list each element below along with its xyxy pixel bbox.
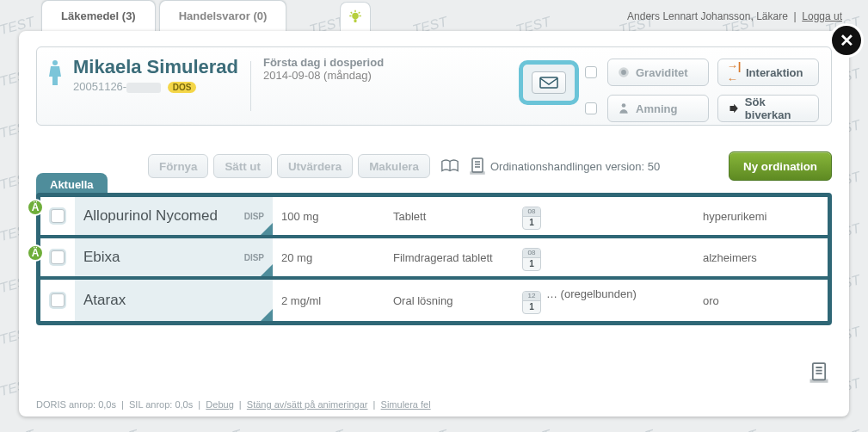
drug-name-cell[interactable]: Allopurinol NycomedDISP bbox=[75, 197, 273, 235]
doris-text: DORIS anrop: 0,0s bbox=[36, 399, 116, 410]
sattut-button[interactable]: Sätt ut bbox=[213, 154, 271, 178]
document-icon[interactable] bbox=[470, 157, 485, 175]
row-checkbox[interactable] bbox=[51, 250, 65, 264]
dose-cell: 100 mg bbox=[273, 205, 385, 228]
debug-link[interactable]: Debug bbox=[206, 399, 233, 410]
svg-point-10 bbox=[621, 70, 626, 75]
form-cell: Filmdragerad tablett bbox=[385, 246, 514, 269]
dos-badge: DOS bbox=[168, 82, 197, 93]
user-bar: Anders Lennart Johansson, Läkare | Logga… bbox=[627, 10, 842, 22]
patient-card: Mikaela Simulerad 20051126- DOS Första d… bbox=[36, 46, 832, 126]
table-row: Atarax 2 mg/ml Oral lösning 121… (oregel… bbox=[40, 280, 828, 321]
form-cell: Oral lösning bbox=[385, 289, 514, 312]
pregnancy-button: Graviditet bbox=[607, 59, 709, 86]
simulate-link[interactable]: Simulera fel bbox=[381, 399, 431, 410]
drug-name: Allopurinol Nycomed bbox=[83, 207, 218, 225]
svg-line-5 bbox=[351, 12, 353, 14]
person-icon bbox=[47, 59, 66, 89]
reason-cell: hyperurikemi bbox=[694, 205, 828, 228]
logout-link[interactable]: Logga ut bbox=[802, 10, 842, 22]
mail-button[interactable] bbox=[532, 71, 566, 94]
reason-cell: oro bbox=[694, 289, 828, 312]
row-checkbox[interactable] bbox=[51, 209, 65, 223]
interaction-button[interactable]: →|← Interaktion bbox=[717, 59, 819, 86]
reason-cell: alzheimers bbox=[694, 246, 828, 269]
close-icon[interactable]: ✕ bbox=[832, 26, 861, 55]
new-ordination-button[interactable]: Ny ordination bbox=[729, 151, 832, 181]
tab-medicines[interactable]: Läkemedel (3) bbox=[41, 0, 156, 31]
disp-badge: DISP bbox=[244, 212, 264, 221]
sideeffect-label: Sök biverkan bbox=[745, 96, 810, 121]
svg-rect-12 bbox=[472, 158, 483, 172]
bulb-icon[interactable] bbox=[340, 2, 371, 31]
drug-name-cell[interactable]: Atarax bbox=[75, 280, 273, 321]
svg-point-7 bbox=[52, 60, 58, 65]
drug-name-cell[interactable]: EbixaDISP bbox=[75, 238, 273, 276]
version-text: Ordinationshandlingen version: 50 bbox=[490, 160, 660, 173]
table-row: EbixaDISP 20 mg Filmdragerad tablett 081… bbox=[40, 238, 828, 280]
pregnancy-checkbox[interactable] bbox=[585, 66, 597, 78]
svg-rect-1 bbox=[354, 19, 357, 22]
disp-badge: DISP bbox=[244, 253, 264, 262]
user-name: Anders Lennart Johansson, Läkare bbox=[627, 10, 788, 22]
schedule-cell: 121… (oregelbunden) bbox=[514, 282, 694, 319]
sideeffect-button[interactable]: Sök biverkan bbox=[717, 95, 819, 122]
nursing-button: Amning bbox=[607, 95, 709, 122]
utvardera-button[interactable]: Utvärdera bbox=[277, 154, 353, 178]
dose-period-date: 2014-09-08 (måndag) bbox=[263, 69, 384, 82]
anim-link[interactable]: Stäng av/sätt på animeringar bbox=[247, 399, 368, 410]
schedule-cell: 081 bbox=[514, 198, 694, 235]
svg-point-11 bbox=[622, 103, 626, 108]
drug-name: Atarax bbox=[83, 292, 126, 309]
svg-rect-8 bbox=[540, 77, 557, 88]
row-checkbox[interactable] bbox=[51, 293, 65, 307]
drug-name: Ebixa bbox=[83, 249, 120, 266]
fornya-button[interactable]: Förnya bbox=[148, 154, 208, 178]
svg-point-0 bbox=[352, 12, 359, 19]
a-badge: Ä bbox=[27, 199, 44, 216]
svg-rect-13 bbox=[813, 363, 825, 380]
pregnancy-label: Graviditet bbox=[636, 66, 688, 79]
mail-highlight bbox=[519, 60, 579, 105]
patient-pnr: 20051126- bbox=[73, 80, 126, 93]
table-row: Allopurinol NycomedDISP 100 mg Tablett 0… bbox=[40, 197, 828, 238]
nursing-label: Amning bbox=[636, 102, 677, 115]
schedule-cell: 081 bbox=[514, 239, 694, 276]
interaction-label: Interaktion bbox=[746, 66, 803, 79]
share-icon bbox=[727, 102, 740, 115]
footer: DORIS anrop: 0,0s | SIL anrop: 0,0s | De… bbox=[36, 399, 431, 410]
makulera-button[interactable]: Makulera bbox=[358, 154, 430, 178]
print-icon[interactable] bbox=[810, 362, 828, 386]
interaction-icon: →|← bbox=[727, 65, 741, 79]
dose-cell: 2 mg/ml bbox=[273, 289, 385, 312]
tab-goods[interactable]: Handelsvaror (0) bbox=[159, 0, 287, 31]
nursing-icon bbox=[617, 102, 631, 115]
pregnancy-icon bbox=[617, 65, 631, 79]
dose-cell: 20 mg bbox=[273, 246, 385, 269]
form-cell: Tablett bbox=[385, 205, 514, 228]
a-badge: Ä bbox=[27, 244, 44, 262]
medication-grid: Allopurinol NycomedDISP 100 mg Tablett 0… bbox=[36, 193, 832, 325]
patient-name: Mikaela Simulerad bbox=[73, 56, 238, 78]
book-icon[interactable] bbox=[440, 158, 459, 174]
dose-period-label: Första dag i dosperiod bbox=[263, 56, 384, 69]
nursing-checkbox[interactable] bbox=[585, 102, 597, 114]
svg-line-6 bbox=[359, 12, 360, 14]
sil-text: SIL anrop: 0,0s bbox=[129, 399, 193, 410]
